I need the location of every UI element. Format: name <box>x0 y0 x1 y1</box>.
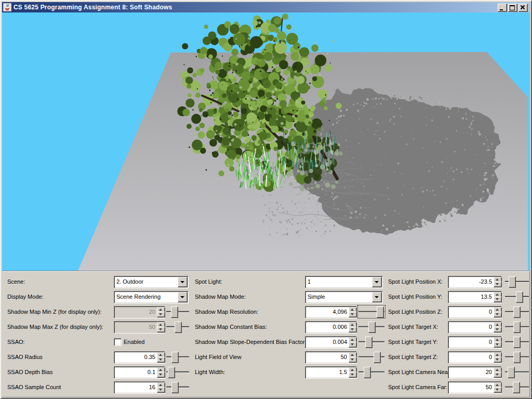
shadow-map-constant-bias-spinner[interactable]: 0.006 <box>305 321 357 334</box>
shadow-map-mode-combobox[interactable]: Simple <box>305 291 383 303</box>
shadow-map-slope-dependent-bias-factor-slider[interactable] <box>358 336 384 348</box>
light-field-of-view-slider[interactable] <box>358 351 384 363</box>
shadow-map-constant-bias-spin-down-button[interactable] <box>349 327 357 332</box>
spot-light-position-z-spinner[interactable]: 0 <box>448 306 502 318</box>
shadow-map-max-z-for-display-only-value: 50 <box>115 322 155 332</box>
shadow-map-constant-bias-slider[interactable] <box>358 321 384 332</box>
slider-thumb[interactable] <box>368 322 376 333</box>
spot-light-target-y-slider[interactable] <box>505 336 529 348</box>
slider-thumb[interactable] <box>171 352 179 363</box>
slider-thumb[interactable] <box>513 382 520 393</box>
slider-thumb[interactable] <box>171 307 178 318</box>
ssao-radius-value: 0.35 <box>115 352 155 362</box>
slider-thumb[interactable] <box>513 307 521 318</box>
spot-light-camera-near-spinner[interactable]: 20 <box>448 366 502 379</box>
shadow-map-resolution-spin-down-button[interactable] <box>349 312 357 317</box>
ssao-sample-count-spin-down-button[interactable] <box>157 387 165 393</box>
slider-thumb[interactable] <box>377 307 384 318</box>
spot-light-dropdown-button[interactable] <box>372 277 382 287</box>
shadow-map-slope-dependent-bias-factor-spin-down-button[interactable] <box>349 342 357 348</box>
slider-thumb[interactable] <box>175 322 182 333</box>
light-width-spinner[interactable]: 1.5 <box>305 366 357 379</box>
scene-dropdown-button[interactable] <box>178 277 188 287</box>
spot-light-target-x-spin-down-button[interactable] <box>494 327 502 332</box>
minimize-button[interactable] <box>498 4 507 12</box>
spot-light-position-z-slider[interactable] <box>505 306 529 317</box>
spot-light-position-y-spinner[interactable]: 13.5 <box>448 291 502 303</box>
slider-thumb[interactable] <box>168 367 175 378</box>
spot-light-target-y-spin-down-button[interactable] <box>494 342 502 348</box>
spot-light-label: Spot Light: <box>195 276 222 287</box>
shadow-map-slope-dependent-bias-factor-value: 0.004 <box>307 337 347 347</box>
spot-light-position-x-spin-down-button[interactable] <box>494 282 502 287</box>
shadow-map-max-z-for-display-only-spin-down-button[interactable] <box>157 327 165 332</box>
shadow-map-resolution-slider[interactable] <box>358 306 384 317</box>
ssao-radius-spinner[interactable]: 0.35 <box>114 351 165 364</box>
ssao-radius-label: SSAO Radius <box>7 351 43 363</box>
title-bar[interactable]: CS 5625 Programming Assignment 8: Soft S… <box>2 2 530 12</box>
ssao-sample-count-slider[interactable] <box>166 381 189 393</box>
spot-light-target-x-slider[interactable] <box>505 321 529 332</box>
ssao-radius-spin-down-button[interactable] <box>157 357 165 363</box>
shadow-map-mode-label: Shadow Map Mode: <box>195 291 246 302</box>
spot-light-position-z-spin-buttons <box>494 307 501 316</box>
slider-thumb[interactable] <box>508 367 515 378</box>
spot-light-camera-near-spin-down-button[interactable] <box>494 372 502 378</box>
light-field-of-view-spin-down-button[interactable] <box>349 357 357 363</box>
shadow-map-min-z-for-display-only-spin-down-button[interactable] <box>157 312 165 317</box>
display-mode-combobox[interactable]: Scene Rendering <box>114 291 189 303</box>
close-button[interactable] <box>518 4 528 12</box>
ssao-depth-bias-slider[interactable] <box>166 366 189 378</box>
light-width-spin-down-button[interactable] <box>349 372 357 378</box>
ssao-depth-bias-spinner[interactable]: 0.1 <box>114 366 165 379</box>
spot-light-combobox[interactable]: 1 <box>305 276 383 288</box>
slider-thumb[interactable] <box>516 291 523 303</box>
spot-light-target-z-spinner[interactable]: 0 <box>448 351 502 364</box>
display-mode-dropdown-button[interactable] <box>178 292 188 302</box>
shadow-map-slope-dependent-bias-factor-spinner[interactable]: 0.004 <box>305 336 357 349</box>
spot-light-camera-far-slider[interactable] <box>505 381 529 393</box>
ssao-radius-slider[interactable] <box>166 351 189 363</box>
ssao-checkbox-label: Enabled <box>124 336 144 348</box>
spot-light-target-x-spinner[interactable]: 0 <box>448 321 502 334</box>
slider-thumb[interactable] <box>513 352 521 363</box>
slider-thumb[interactable] <box>171 382 179 393</box>
light-width-value: 1.5 <box>307 367 347 377</box>
slider-thumb[interactable] <box>364 367 371 378</box>
scene-combobox[interactable]: 2. Outdoor <box>114 276 189 288</box>
spot-light-target-y-spinner[interactable]: 0 <box>448 336 502 349</box>
slider-thumb[interactable] <box>365 337 373 348</box>
slider-thumb[interactable] <box>374 352 381 363</box>
shadow-map-resolution-spinner[interactable]: 4,096 <box>305 306 357 318</box>
spot-light-position-z-spin-down-button[interactable] <box>494 312 502 317</box>
light-width-slider[interactable] <box>358 366 384 378</box>
ssao-sample-count-spinner[interactable]: 16 <box>114 381 165 394</box>
slider-thumb[interactable] <box>513 337 521 348</box>
slider-thumb[interactable] <box>509 276 516 288</box>
spot-light-camera-far-spinner[interactable]: 50 <box>448 381 502 394</box>
slider-thumb[interactable] <box>513 322 521 333</box>
spinner-up-icon <box>496 324 499 326</box>
spot-light-camera-near-slider[interactable] <box>505 366 529 378</box>
shadow-map-min-z-for-display-only-spinner[interactable]: 20 <box>114 306 165 318</box>
spot-light-position-y-slider[interactable] <box>505 291 529 302</box>
spot-light-position-x-slider[interactable] <box>505 276 529 287</box>
spot-light-target-z-slider[interactable] <box>505 351 529 363</box>
ssao-depth-bias-spin-down-button[interactable] <box>157 372 165 378</box>
spinner-up-icon <box>351 354 354 356</box>
shadow-map-min-z-for-display-only-spin-buttons <box>157 307 164 316</box>
shadow-map-min-z-for-display-only-slider[interactable] <box>166 306 189 317</box>
maximize-button[interactable] <box>508 4 517 12</box>
spot-light-position-x-spinner[interactable]: -23.5 <box>448 276 502 288</box>
3d-scene-viewport[interactable] <box>2 12 530 271</box>
light-width-spin-buttons <box>349 367 356 377</box>
light-field-of-view-spinner[interactable]: 50 <box>305 351 357 364</box>
shadow-map-max-z-for-display-only-slider[interactable] <box>166 321 189 332</box>
ssao-checkbox[interactable] <box>114 338 122 346</box>
spot-light-camera-far-spin-down-button[interactable] <box>494 387 502 393</box>
spot-light-position-y-spin-down-button[interactable] <box>494 297 502 302</box>
shadow-map-mode-dropdown-button[interactable] <box>372 292 382 302</box>
light-width-label: Light Width: <box>195 366 225 378</box>
spot-light-target-z-spin-down-button[interactable] <box>494 357 502 363</box>
shadow-map-max-z-for-display-only-spinner[interactable]: 50 <box>114 321 165 334</box>
